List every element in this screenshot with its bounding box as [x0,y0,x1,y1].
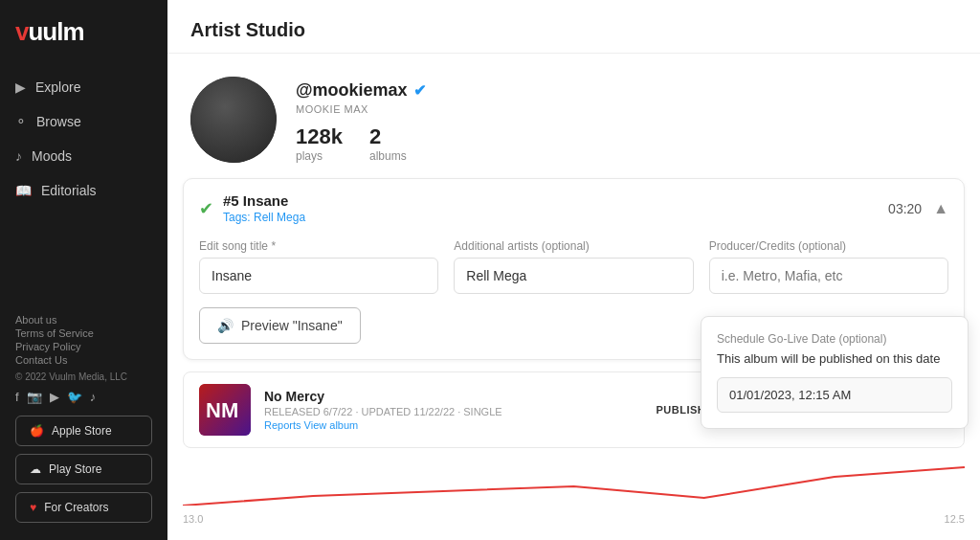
song-card-left: ✔ #5 Insane Tags: Rell Mega [199,192,305,224]
albums-number: 2 [369,124,407,149]
youtube-icon[interactable]: ▶ [50,390,59,404]
tiktok-icon[interactable]: ♪ [90,390,97,404]
app-logo: vuulm [15,17,152,47]
tags-label: Tags: [223,211,251,224]
for-creators-label: For Creators [44,501,108,514]
browse-icon: ⚬ [15,114,27,129]
album-info: No Mercy RELEASED 6/7/22 · UPDATED 11/22… [264,389,643,431]
heart-icon: ♥ [30,501,36,514]
moods-icon: ♪ [15,148,22,164]
verified-badge: ✔ [413,81,426,100]
song-info: #5 Insane Tags: Rell Mega [223,192,305,224]
date-input[interactable] [717,377,952,413]
artists-input[interactable] [454,258,693,294]
contact-link[interactable]: Contact Us [15,354,152,366]
sidebar-item-editorials[interactable]: 📖 Editorials [0,173,167,208]
artists-label: Additional artists (optional) [454,239,693,253]
profile-handle: @mookiemax ✔ [296,80,426,101]
privacy-link[interactable]: Privacy Policy [15,341,152,352]
plays-label: plays [296,149,343,163]
preview-button[interactable]: 🔊 Preview "Insane" [199,307,361,344]
explore-icon: ▶ [15,79,26,95]
avatar-image [190,77,277,163]
schedule-popup-title: Schedule Go-Live Date (optional) [717,332,952,346]
plays-number: 128k [296,124,343,149]
sidebar-item-explore-label: Explore [35,79,80,95]
schedule-popup-subtitle: This album will be published on this dat… [717,351,952,366]
apple-icon: 🍎 [30,424,44,438]
albums-stat: 2 albums [369,124,407,163]
avatar [190,77,277,163]
album-links[interactable]: Reports View album [264,419,643,431]
chart-area [167,456,980,513]
collapse-button[interactable]: ▲ [933,200,948,217]
apple-store-label: Apple Store [52,424,112,438]
profile-info: @mookiemax ✔ MOOKIE MAX 128k plays 2 alb… [296,77,426,163]
apple-store-button[interactable]: 🍎 Apple Store [15,416,152,446]
album-title: No Mercy [264,389,643,404]
play-store-button[interactable]: ☁ Play Store [15,454,152,484]
song-duration: 03:20 [888,201,922,216]
chart-labels: 13.0 12.5 [167,513,980,525]
form-row-1: Edit song title * Additional artists (op… [199,239,948,294]
logo-area: vuulm [0,0,167,62]
chart-label-2: 12.5 [945,513,965,525]
facebook-icon[interactable]: f [15,390,19,404]
song-tags: Tags: Rell Mega [223,211,305,224]
nav-items: ▶ Explore ⚬ Browse ♪ Moods 📖 Editorials [0,62,167,304]
album-thumbnail: NM [199,384,251,436]
producer-label: Producer/Credits (optional) [709,239,948,253]
title-label: Edit song title * [199,239,438,253]
chart-label-1: 13.0 [183,513,203,525]
sidebar-item-editorials-label: Editorials [41,183,97,198]
page-title: Artist Studio [167,0,980,54]
tags-value: Rell Mega [254,211,305,224]
check-icon: ✔ [199,198,213,219]
play-store-icon: ☁ [30,462,41,476]
profile-stats: 128k plays 2 albums [296,124,426,163]
logo-rest: uulm [28,17,83,46]
title-group: Edit song title * [199,239,438,294]
handle-text: @mookiemax [296,80,408,101]
speaker-icon: 🔊 [217,318,234,333]
main-content: Artist Studio @mookiemax ✔ MOOKIE MAX 12… [167,0,980,540]
schedule-popup: Schedule Go-Live Date (optional) This al… [701,316,969,429]
about-link[interactable]: About us [15,314,152,326]
producer-group: Producer/Credits (optional) [709,239,948,294]
sidebar-item-moods-label: Moods [32,148,72,164]
preview-label: Preview "Insane" [241,318,343,333]
logo-v: v [15,17,28,46]
sidebar-item-moods[interactable]: ♪ Moods [0,139,167,173]
profile-name: MOOKIE MAX [296,103,426,115]
twitter-icon[interactable]: 🐦 [67,390,82,404]
sidebar: vuulm ▶ Explore ⚬ Browse ♪ Moods 📖 Edito… [0,0,167,540]
albums-label: albums [369,149,407,163]
producer-input[interactable] [709,258,948,294]
song-card-header: ✔ #5 Insane Tags: Rell Mega 03:20 ▲ [184,179,964,232]
artists-group: Additional artists (optional) [454,239,693,294]
sidebar-item-browse-label: Browse [36,114,81,129]
sidebar-footer: About us Terms of Service Privacy Policy… [0,304,167,540]
song-card-right: 03:20 ▲ [888,200,948,217]
copyright: © 2022 Vuulm Media, LLC [15,371,152,382]
song-title: #5 Insane [223,192,305,209]
title-input[interactable] [199,258,438,294]
sidebar-item-explore[interactable]: ▶ Explore [0,70,167,104]
plays-stat: 128k plays [296,124,343,163]
svg-text:NM: NM [206,398,238,422]
social-icons: f 📷 ▶ 🐦 ♪ [15,390,152,404]
for-creators-button[interactable]: ♥ For Creators [15,492,152,523]
editorials-icon: 📖 [15,183,32,198]
play-store-label: Play Store [49,462,101,476]
sidebar-item-browse[interactable]: ⚬ Browse [0,104,167,139]
terms-link[interactable]: Terms of Service [15,327,152,339]
instagram-icon[interactable]: 📷 [27,390,42,404]
profile-section: @mookiemax ✔ MOOKIE MAX 128k plays 2 alb… [167,54,980,178]
album-meta: RELEASED 6/7/22 · UPDATED 11/22/22 · SIN… [264,406,643,417]
